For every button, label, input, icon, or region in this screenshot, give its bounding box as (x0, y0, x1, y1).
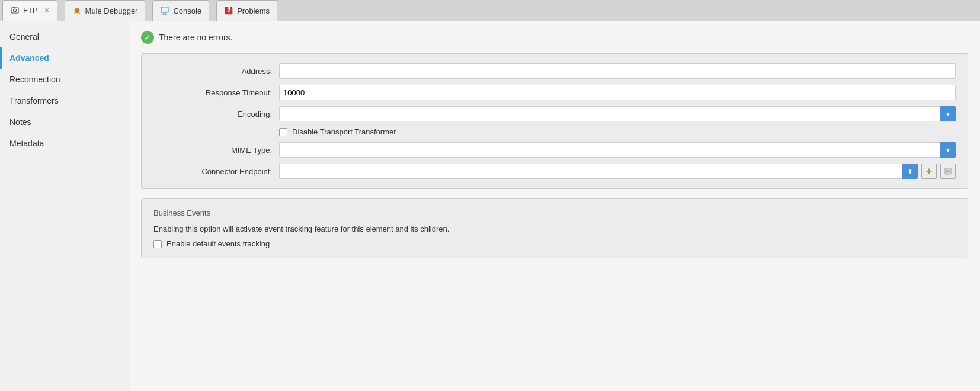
svg-line-10 (74, 12, 75, 14)
tab-ftp[interactable]: FTP ✕ (2, 0, 57, 21)
connector-updown-btn[interactable]: ⬍ (902, 164, 918, 179)
business-events-title: Business Events (153, 209, 956, 217)
mime-type-select-wrapper: ▼ (279, 142, 956, 158)
content-area: ✓ There are no errors. Address: Response… (129, 21, 980, 391)
svg-point-5 (77, 9, 78, 11)
sidebar-item-reconnection-label: Reconnection (9, 75, 60, 84)
tab-console[interactable]: Console (152, 0, 209, 21)
sidebar-item-notes-label: Notes (9, 117, 31, 127)
tab-ftp-label: FTP (23, 6, 38, 15)
tab-bar: FTP ✕ Mule Debugger (0, 0, 980, 21)
checkmark-icon: ✓ (144, 33, 151, 42)
encoding-select[interactable] (279, 106, 956, 121)
tab-ftp-close[interactable]: ✕ (44, 7, 50, 15)
sidebar-item-metadata[interactable]: Metadata (0, 133, 129, 154)
response-timeout-label: Response Timeout: (153, 88, 272, 97)
address-label: Address: (153, 67, 272, 76)
sidebar: General Advanced Reconnection Transforme… (0, 21, 129, 391)
tab-problems-label: Problems (237, 7, 270, 15)
svg-rect-12 (161, 7, 168, 12)
svg-point-4 (75, 9, 76, 11)
sidebar-item-reconnection[interactable]: Reconnection (0, 69, 129, 90)
disable-transformer-checkbox[interactable] (279, 128, 287, 136)
sidebar-item-general[interactable]: General (0, 26, 129, 47)
edit-connector-button[interactable] (940, 164, 956, 179)
response-timeout-input[interactable] (279, 85, 956, 100)
mime-type-dropdown-btn[interactable]: ▼ (940, 142, 956, 158)
encoding-label: Encoding: (153, 110, 272, 118)
status-text: There are no errors. (159, 33, 233, 42)
tab-problems[interactable]: X ! Problems (216, 0, 277, 21)
main-layout: General Advanced Reconnection Transforme… (0, 21, 980, 391)
disable-transformer-row: Disable Transport Transformer (153, 127, 956, 136)
sidebar-item-transformers-label: Transformers (9, 96, 59, 105)
mime-type-select[interactable] (279, 142, 956, 158)
encoding-dropdown-btn[interactable]: ▼ (940, 106, 956, 121)
encoding-select-wrapper: ▼ (279, 106, 956, 121)
connector-endpoint-label: Connector Endpoint: (153, 167, 272, 176)
connector-endpoint-select[interactable] (279, 164, 918, 179)
address-row: Address: (153, 63, 956, 79)
tab-mule-debugger[interactable]: Mule Debugger (65, 0, 146, 21)
mime-type-label: MIME Type: (153, 146, 272, 155)
svg-rect-0 (11, 8, 18, 13)
form-section: Address: Response Timeout: Encoding: ▼ (141, 53, 968, 189)
business-events-section: Business Events Enabling this option wil… (141, 198, 968, 258)
sidebar-item-general-label: General (9, 32, 39, 41)
sidebar-item-transformers[interactable]: Transformers (0, 90, 129, 111)
connector-select-wrapper: ⬍ (279, 164, 918, 179)
response-timeout-row: Response Timeout: (153, 85, 956, 100)
tab-console-label: Console (173, 7, 201, 15)
enable-tracking-label: Enable default events tracking (166, 239, 270, 248)
svg-point-3 (75, 8, 79, 13)
mime-type-row: MIME Type: ▼ (153, 142, 956, 158)
camera-icon (10, 6, 20, 15)
monitor-icon (160, 6, 169, 15)
svg-line-9 (79, 11, 80, 12)
sidebar-item-advanced-label: Advanced (9, 53, 49, 63)
bug-icon (72, 6, 82, 15)
encoding-row: Encoding: ▼ (153, 106, 956, 121)
sidebar-item-advanced[interactable]: Advanced (0, 47, 129, 69)
svg-line-8 (74, 11, 75, 12)
address-input[interactable] (279, 63, 956, 79)
enable-tracking-checkbox[interactable] (153, 240, 162, 248)
error-icon: X ! (224, 6, 233, 15)
svg-line-11 (79, 12, 80, 14)
success-icon: ✓ (141, 31, 154, 44)
add-connector-button[interactable]: + (921, 164, 937, 179)
enable-tracking-row: Enable default events tracking (153, 239, 956, 248)
tab-mule-debugger-label: Mule Debugger (85, 7, 138, 15)
status-bar: ✓ There are no errors. (141, 31, 968, 44)
connector-endpoint-row: Connector Endpoint: ⬍ + (153, 164, 956, 179)
connector-endpoint-controls: ⬍ + (279, 164, 956, 179)
sidebar-item-metadata-label: Metadata (9, 139, 44, 148)
svg-rect-2 (13, 7, 15, 8)
disable-transformer-label: Disable Transport Transformer (292, 127, 396, 136)
business-events-description: Enabling this option will activate event… (153, 225, 956, 233)
sidebar-item-notes[interactable]: Notes (0, 111, 129, 133)
